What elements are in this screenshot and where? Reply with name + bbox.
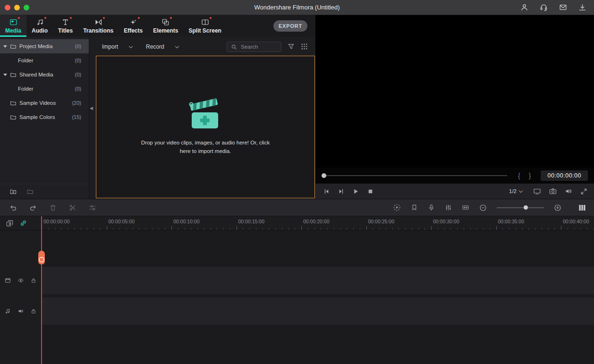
support-button[interactable] bbox=[540, 3, 548, 11]
tab-media[interactable]: Media bbox=[0, 15, 26, 37]
timeline-ruler[interactable]: 00:00:00:0000:00:05:0000:00:10:0000:00:1… bbox=[42, 216, 594, 230]
zoom-window-button[interactable] bbox=[24, 5, 29, 10]
search-input[interactable] bbox=[240, 43, 277, 50]
funnel-icon bbox=[288, 43, 295, 50]
sidebar-item-sample-videos[interactable]: Sample Videos (20) bbox=[0, 96, 89, 110]
lock-video-track-button[interactable] bbox=[31, 278, 36, 284]
sidebar-item-sample-colors[interactable]: Sample Colors (15) bbox=[0, 110, 89, 124]
marker-icon bbox=[411, 204, 418, 211]
delete-folder-button[interactable] bbox=[26, 188, 34, 195]
undo-button[interactable] bbox=[9, 204, 17, 212]
detach-monitor-button[interactable] bbox=[533, 187, 541, 195]
voiceover-button[interactable] bbox=[428, 204, 435, 211]
speaker-icon bbox=[17, 308, 24, 314]
seek-handle[interactable] bbox=[322, 173, 326, 178]
audio-mixer-button[interactable] bbox=[445, 204, 452, 211]
minimize-window-button[interactable] bbox=[14, 5, 20, 10]
marker-button[interactable] bbox=[411, 204, 418, 211]
volume-button[interactable] bbox=[565, 187, 572, 195]
audio-track-header bbox=[0, 308, 42, 314]
sidebar-item-project-media[interactable]: Project Media (0) bbox=[0, 39, 89, 53]
snapshot-button[interactable] bbox=[549, 187, 557, 195]
tab-titles[interactable]: Titles bbox=[53, 15, 78, 37]
account-button[interactable] bbox=[520, 3, 528, 11]
clapperboard-icon bbox=[185, 98, 226, 131]
zoom-to-fit-button[interactable] bbox=[462, 204, 469, 211]
headset-icon bbox=[540, 3, 548, 11]
previous-frame-button[interactable] bbox=[323, 188, 330, 195]
toggle-video-visibility-button[interactable] bbox=[17, 278, 24, 284]
expander-icon[interactable] bbox=[3, 45, 7, 48]
sidebar-item-count: (0) bbox=[75, 86, 81, 92]
timeline-track-tools bbox=[0, 216, 42, 230]
folder-plus-icon bbox=[9, 188, 17, 195]
video-track-header bbox=[0, 278, 42, 284]
sidebar-item-folder-1[interactable]: Folder (0) bbox=[0, 53, 89, 68]
mark-in-icon[interactable]: { bbox=[514, 172, 525, 179]
sidebar-item-label: Sample Videos bbox=[19, 100, 56, 106]
audio-track-lane[interactable] bbox=[42, 297, 594, 325]
mark-out-icon[interactable]: } bbox=[525, 172, 535, 179]
mail-icon bbox=[559, 3, 567, 11]
playhead[interactable] bbox=[41, 216, 42, 364]
collapse-sidebar-arrow[interactable]: ◀ bbox=[90, 106, 93, 110]
media-dropzone[interactable]: Drop your video clips, images, or audio … bbox=[96, 56, 315, 198]
tab-split-screen[interactable]: Split Screen bbox=[184, 15, 227, 37]
track-header-column bbox=[0, 230, 42, 364]
titlebar-icons bbox=[520, 3, 586, 11]
grid-view-button[interactable] bbox=[301, 43, 308, 50]
lock-audio-track-button[interactable] bbox=[31, 308, 36, 314]
ruler-label: 00:00:00:00 bbox=[43, 219, 69, 224]
tab-audio[interactable]: Audio bbox=[26, 15, 53, 37]
auto-ripple-toggle[interactable] bbox=[20, 220, 27, 227]
fullscreen-button[interactable] bbox=[580, 188, 587, 195]
expander-icon[interactable] bbox=[3, 74, 7, 76]
download-button[interactable] bbox=[578, 3, 586, 11]
export-button[interactable]: EXPORT bbox=[273, 20, 307, 32]
stop-button[interactable] bbox=[367, 188, 374, 195]
timeline-zoom-in-button[interactable] bbox=[554, 204, 561, 212]
delete-button[interactable] bbox=[49, 204, 57, 212]
play-icon bbox=[352, 188, 359, 195]
mute-audio-track-button[interactable] bbox=[17, 308, 24, 314]
record-button[interactable]: Record bbox=[146, 37, 178, 57]
video-track-lane[interactable] bbox=[42, 267, 594, 294]
next-frame-button[interactable] bbox=[338, 188, 345, 195]
sidebar-item-count: (0) bbox=[75, 72, 81, 77]
user-icon bbox=[520, 3, 528, 11]
render-preview-icon bbox=[393, 203, 401, 212]
split-button[interactable] bbox=[69, 204, 76, 212]
playhead-handle[interactable] bbox=[38, 251, 45, 264]
new-folder-button[interactable] bbox=[9, 188, 17, 195]
play-button[interactable] bbox=[352, 188, 359, 195]
close-window-button[interactable] bbox=[5, 5, 10, 10]
ruler-label: 00:00:10:00 bbox=[173, 219, 199, 224]
tab-effects[interactable]: Effects bbox=[119, 15, 148, 37]
media-panel: ◀ Import Record bbox=[89, 37, 315, 199]
sidebar-item-folder-2[interactable]: Folder (0) bbox=[0, 82, 89, 96]
transport-right: 1/2 bbox=[509, 187, 587, 195]
sidebar-item-label: Sample Colors bbox=[19, 114, 55, 120]
step-back-icon bbox=[323, 188, 330, 195]
tab-transitions[interactable]: Transitions bbox=[78, 15, 119, 37]
filter-button[interactable] bbox=[288, 43, 295, 50]
left-column: Media Audio Titles Transitions bbox=[0, 15, 315, 199]
zoom-slider-handle[interactable] bbox=[524, 205, 528, 210]
timeline-body[interactable] bbox=[0, 230, 594, 364]
feedback-button[interactable] bbox=[559, 3, 567, 11]
sidebar-item-shared-media[interactable]: Shared Media (0) bbox=[0, 68, 89, 82]
timeline-zoom-slider[interactable] bbox=[497, 207, 544, 208]
timeline-zoom-out-button[interactable] bbox=[479, 204, 487, 212]
track-manager-button[interactable] bbox=[578, 204, 586, 212]
chevron-down-icon bbox=[129, 44, 133, 48]
playback-quality-select[interactable]: 1/2 bbox=[509, 188, 522, 194]
import-button[interactable]: Import bbox=[102, 37, 132, 57]
search-box[interactable] bbox=[227, 42, 281, 52]
manage-tracks-button[interactable] bbox=[6, 220, 13, 227]
advanced-tools-button[interactable] bbox=[89, 204, 96, 212]
sidebar-item-label: Project Media bbox=[19, 43, 52, 49]
tab-elements[interactable]: Elements bbox=[148, 15, 183, 37]
redo-button[interactable] bbox=[29, 204, 37, 212]
seek-track[interactable] bbox=[322, 175, 507, 176]
render-preview-button[interactable] bbox=[393, 203, 401, 212]
